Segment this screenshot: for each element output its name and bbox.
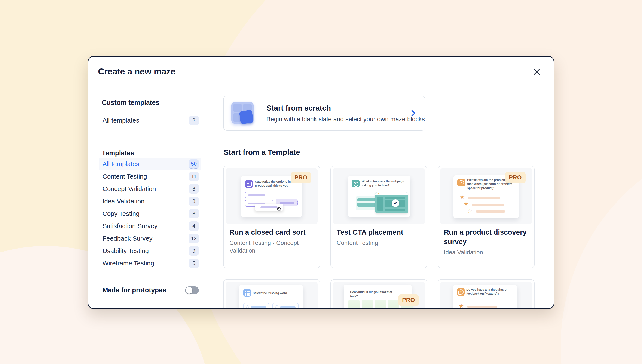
- sidebar-item-usability-testing[interactable]: Usability Testing 9: [99, 245, 201, 257]
- count-badge: 11: [189, 172, 199, 181]
- count-badge: 8: [189, 184, 199, 194]
- pro-badge: PRO: [398, 294, 419, 306]
- sidebar-item-idea-validation[interactable]: Idea Validation 8: [99, 195, 201, 208]
- templates-heading: Templates: [102, 149, 134, 157]
- count-badge: 2: [189, 116, 199, 125]
- sidebar-item-label: Feedback Survey: [103, 235, 152, 242]
- sidebar-item-label: Wireframe Testing: [103, 260, 154, 267]
- sidebar-item-copy-testing[interactable]: Copy Testing 8: [99, 208, 201, 220]
- made-for-prototypes-toggle[interactable]: [185, 286, 199, 294]
- scratch-title: Start from scratch: [266, 104, 331, 112]
- template-card-feature-feedback[interactable]: ? Do you have any thoughts or feedback o…: [438, 279, 534, 309]
- missing-word-icon: [243, 289, 251, 297]
- sidebar-item-feedback-survey[interactable]: Feedback Survey 12: [99, 232, 201, 245]
- thumb-question-text: Do you have any thoughts or feedback on …: [466, 288, 511, 296]
- pro-badge: PRO: [291, 172, 311, 183]
- blocks-3d-icon: [231, 102, 254, 125]
- thumb-question-text: Select the missing word: [253, 291, 298, 295]
- check-icon: ✔: [392, 199, 399, 207]
- count-badge: 8: [189, 196, 199, 206]
- template-thumbnail: What action was the webpage asking you t…: [333, 168, 425, 224]
- start-from-scratch-card[interactable]: Start from scratch Begin with a blank sl…: [223, 96, 425, 131]
- made-for-prototypes-label: Made for prototypes: [103, 286, 166, 294]
- section-heading: Start from a Template: [224, 148, 300, 156]
- question-feedback-icon: ?: [457, 288, 465, 296]
- custom-templates-heading: Custom templates: [102, 99, 159, 106]
- star-icon: ★: [463, 201, 469, 207]
- card-sort-icon: [245, 180, 253, 188]
- sidebar-item-satisfaction-survey[interactable]: Satisfaction Survey 4: [99, 220, 201, 232]
- main-panel: Start from scratch Begin with a blank sl…: [212, 87, 554, 308]
- template-title: Test CTA placement: [337, 228, 422, 237]
- sidebar-item-label: Content Testing: [103, 173, 147, 180]
- template-tags: Idea Validation: [444, 248, 529, 256]
- scratch-subtitle: Begin with a blank slate and select your…: [266, 116, 425, 123]
- stopwatch-icon: [352, 180, 360, 187]
- sidebar: Custom templates All templates 2 Templat…: [88, 87, 211, 308]
- sidebar-item-label: All templates: [103, 117, 139, 124]
- made-for-prototypes-row: Made for prototypes: [99, 284, 201, 296]
- sidebar-item-all-templates[interactable]: All templates 50: [99, 158, 201, 170]
- thumb-question-text: What action was the webpage asking you t…: [362, 179, 405, 187]
- count-badge: 12: [189, 234, 199, 243]
- chevron-right-icon: [410, 109, 416, 117]
- sidebar-item-all-custom-templates[interactable]: All templates 2: [99, 114, 201, 126]
- template-card-task-difficulty[interactable]: How difficult did you find that task? PR…: [330, 279, 427, 309]
- template-card-product-discovery-survey[interactable]: ? Please explain the problem you face wh…: [438, 166, 534, 268]
- template-title: Run a closed card sort: [229, 228, 315, 237]
- toggle-knob: [186, 287, 192, 294]
- sidebar-item-content-testing[interactable]: Content Testing 11: [99, 170, 201, 183]
- star-icon: ★: [459, 303, 464, 309]
- sidebar-item-label: Copy Testing: [103, 210, 140, 217]
- count-badge: 4: [189, 221, 199, 231]
- star-icon: ★: [459, 194, 465, 200]
- count-badge: 50: [189, 159, 199, 169]
- sidebar-item-concept-validation[interactable]: Concept Validation 8: [99, 183, 201, 195]
- template-tags: Content Testing · Concept Validation: [229, 239, 315, 254]
- sidebar-item-label: Concept Validation: [103, 185, 156, 192]
- template-grid: Categorize the options in the groups ava…: [223, 166, 534, 309]
- template-card-test-cta-placement[interactable]: What action was the webpage asking you t…: [330, 166, 427, 268]
- template-card-closed-card-sort[interactable]: Categorize the options in the groups ava…: [223, 166, 320, 268]
- template-thumbnail: ? Do you have any thoughts or feedback o…: [440, 282, 532, 309]
- count-badge: 9: [189, 246, 199, 256]
- pro-badge: PRO: [505, 172, 526, 183]
- sidebar-item-label: Idea Validation: [103, 198, 145, 205]
- sidebar-item-label: Satisfaction Survey: [103, 222, 158, 230]
- question-feedback-icon: ?: [457, 179, 465, 186]
- template-thumbnail: Select the missing word: [226, 282, 318, 309]
- sidebar-item-wireframe-testing[interactable]: Wireframe Testing 5: [99, 257, 201, 270]
- drag-hand-icon: [277, 207, 281, 211]
- count-badge: 5: [189, 258, 199, 268]
- count-badge: 8: [189, 209, 199, 218]
- star-outline-icon: ☆: [467, 208, 472, 214]
- sidebar-item-label: Usability Testing: [103, 247, 149, 254]
- create-maze-modal: Create a new maze Custom templates All t…: [88, 56, 554, 309]
- page-title: Create a new maze: [98, 66, 176, 76]
- template-card-select-missing-word[interactable]: Select the missing word: [223, 279, 320, 309]
- template-title: Run a product discovery survey: [444, 228, 529, 246]
- sidebar-item-label: All templates: [103, 160, 139, 168]
- thumb-question-text: How difficult did you find that task?: [350, 290, 399, 298]
- close-icon[interactable]: [532, 67, 541, 76]
- template-tags: Content Testing: [337, 239, 422, 247]
